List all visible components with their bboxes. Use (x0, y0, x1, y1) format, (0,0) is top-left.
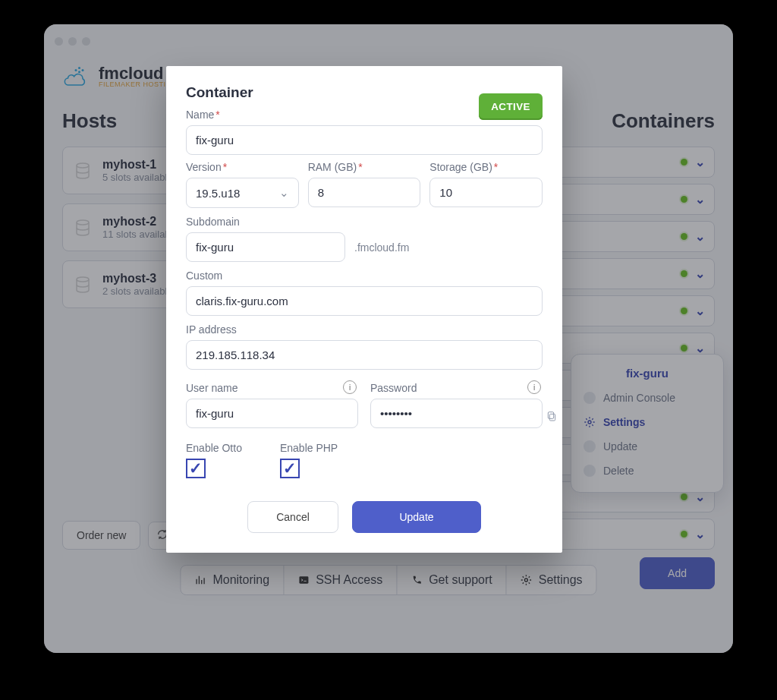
name-input[interactable] (186, 125, 543, 155)
svg-rect-10 (549, 414, 555, 421)
enable-php-label: Enable PHP (280, 442, 338, 454)
version-value: 19.5.u18 (196, 187, 240, 200)
password-input[interactable] (370, 399, 543, 428)
enable-otto-label: Enable Otto (186, 442, 242, 454)
container-modal: Container ACTIVE Name* Version* 19.5.u18… (166, 66, 562, 553)
info-icon[interactable]: i (527, 380, 541, 394)
username-label: User namei (186, 382, 358, 394)
version-label: Version* (186, 161, 299, 173)
ram-input[interactable] (308, 178, 421, 207)
info-icon[interactable]: i (343, 380, 357, 394)
subdomain-suffix: .fmcloud.fm (354, 241, 409, 254)
storage-input[interactable] (429, 178, 543, 207)
version-select[interactable]: 19.5.u18 ⌄ (186, 178, 299, 208)
enable-php-checkbox[interactable]: ✓ (280, 459, 300, 478)
ip-label: IP address (186, 323, 543, 336)
update-button[interactable]: Update (352, 501, 481, 533)
cancel-button[interactable]: Cancel (247, 501, 338, 533)
enable-otto-checkbox[interactable]: ✓ (186, 459, 206, 478)
copy-icon[interactable] (546, 410, 558, 422)
custom-label: Custom (186, 270, 543, 282)
custom-domain-input[interactable] (186, 286, 543, 316)
subdomain-input[interactable] (186, 232, 345, 262)
status-active-button[interactable]: ACTIVE (479, 93, 543, 120)
ram-label: RAM (GB)* (308, 161, 421, 173)
subdomain-label: Subdomain (186, 216, 543, 228)
ip-input[interactable] (186, 340, 543, 370)
svg-rect-11 (548, 412, 553, 419)
chevron-down-icon: ⌄ (279, 186, 289, 200)
password-label: Passwordi (370, 382, 543, 394)
username-input[interactable] (186, 399, 358, 428)
storage-label: Storage (GB)* (429, 161, 543, 173)
